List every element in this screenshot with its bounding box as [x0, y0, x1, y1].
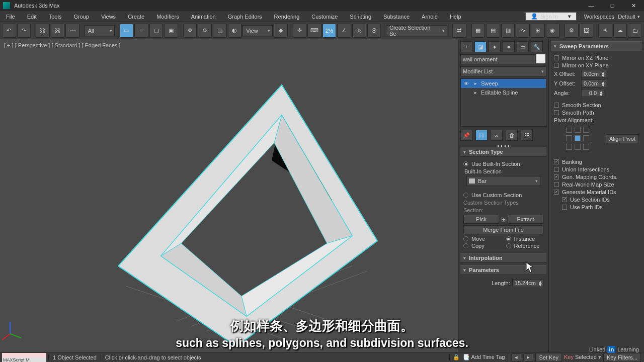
window-crossing-button[interactable]: ▣	[164, 24, 178, 38]
select-object-button[interactable]: ▭	[120, 24, 134, 38]
align-button[interactable]: ▦	[471, 24, 486, 38]
hierarchy-tab[interactable]: ♦	[489, 41, 501, 52]
close-button[interactable]: ✕	[623, 0, 644, 11]
layer-explorer-button[interactable]: ▤	[486, 24, 500, 38]
section-type-header[interactable]: Section Type	[460, 147, 546, 157]
show-end-result-button[interactable]: | |	[475, 130, 488, 141]
angle-spinner[interactable]: Angle:0.0▴▾	[554, 89, 639, 97]
set-key-button[interactable]: Set Key	[535, 353, 562, 362]
key-filters-button[interactable]: Key Filters...	[603, 353, 641, 362]
schematic-view-button[interactable]: ⊞	[531, 24, 545, 38]
unlink-button[interactable]: ⛓̷	[51, 24, 65, 38]
render-production-button[interactable]: ☀	[598, 24, 612, 38]
mirror-button[interactable]: ⇄	[452, 24, 466, 38]
banking-check[interactable]: Banking	[554, 159, 639, 165]
viewport-label[interactable]: [ + ] [ Perspective ] [ Standard ] [ Edg…	[4, 42, 120, 48]
minimize-button[interactable]: —	[581, 0, 602, 11]
gen-mapping-check[interactable]: Gen. Mapping Coords.	[554, 174, 639, 180]
x-offset-value[interactable]: 0.0cm▴▾	[581, 70, 606, 78]
menu-scripting[interactable]: Scripting	[344, 11, 377, 22]
undo-button[interactable]: ↶	[2, 24, 16, 38]
mirror-xz-check[interactable]: Mirror on XZ Plane	[554, 55, 639, 61]
percent-snap-button[interactable]: %	[352, 24, 366, 38]
maxscript-listener[interactable]: MAXScript Mi	[2, 357, 46, 362]
pivot-alignment-grid[interactable]	[566, 127, 590, 151]
modify-tab[interactable]: ◪	[474, 41, 487, 52]
expand-icon[interactable]: ▸	[473, 90, 478, 95]
menu-arnold[interactable]: Arnold	[416, 11, 444, 22]
sign-in-button[interactable]: 👤 Sign In ▾	[525, 12, 577, 21]
move-button[interactable]: ✥	[183, 24, 197, 38]
menu-substance[interactable]: Substance	[377, 11, 416, 22]
placement-button[interactable]: ◐	[228, 24, 242, 38]
render-frame-button[interactable]: 🖼	[580, 24, 594, 38]
menu-group[interactable]: Group	[67, 11, 95, 22]
angle-snap-button[interactable]: ∠	[337, 24, 351, 38]
render-setup-button[interactable]: ⚙	[565, 24, 579, 38]
length-value[interactable]: 15.24cm▴▾	[512, 279, 543, 287]
add-time-tag-button[interactable]: 📑 Add Time Tag	[463, 354, 505, 360]
gen-material-check[interactable]: Generate Material IDs	[554, 189, 639, 195]
x-offset-spinner[interactable]: X Offset:0.0cm▴▾	[554, 70, 639, 78]
modifier-list-dropdown[interactable]: Modifier List	[460, 66, 546, 76]
built-in-section-dropdown[interactable]: Bar	[466, 176, 540, 186]
parameters-header[interactable]: Parameters	[460, 265, 546, 275]
keyboard-shortcut-button[interactable]: ⌨	[307, 24, 321, 38]
use-built-in-radio[interactable]: Use Built-In Section	[463, 161, 543, 167]
interpolation-header[interactable]: Interpolation	[460, 253, 546, 263]
menu-modifiers[interactable]: Modifiers	[150, 11, 185, 22]
pin-stack-button[interactable]: 📌	[460, 130, 472, 141]
menu-graph-editors[interactable]: Graph Editors	[222, 11, 268, 22]
maximize-button[interactable]: □	[602, 0, 623, 11]
align-pivot-button[interactable]: Align Pivot	[606, 134, 639, 143]
named-selection-dropdown[interactable]: Create Selection Se	[386, 25, 447, 36]
prev-key-button[interactable]: ◂	[511, 353, 521, 361]
workspace-selector[interactable]: Workspaces: Default ▾	[580, 14, 644, 20]
create-tab[interactable]: +	[460, 41, 472, 52]
material-editor-button[interactable]: ◉	[546, 24, 560, 38]
toggle-ribbon-button[interactable]: ▥	[501, 24, 515, 38]
snap-toggle-button[interactable]: 2½	[323, 24, 337, 38]
manipulate-button[interactable]: ✛	[293, 24, 307, 38]
modifier-stack[interactable]: 👁 ▸ Sweep ▸ Editable Spline	[460, 78, 546, 127]
render-in-cloud-button[interactable]: ☁	[613, 24, 627, 38]
object-name-input[interactable]: wall ornament	[460, 54, 535, 64]
menu-create[interactable]: Create	[122, 11, 150, 22]
make-unique-button[interactable]: ∞	[491, 130, 503, 141]
ref-coord-dropdown[interactable]: View	[243, 25, 273, 36]
viewport[interactable]: [ + ] [ Perspective ] [ Standard ] [ Edg…	[0, 39, 458, 352]
redo-button[interactable]: ↷	[17, 24, 31, 38]
menu-tools[interactable]: Tools	[43, 11, 68, 22]
sweep-parameters-header[interactable]: Sweep Parameters	[551, 41, 642, 51]
length-spinner[interactable]: Length: 15.24cm▴▾	[463, 279, 543, 287]
rotate-button[interactable]: ⟳	[198, 24, 212, 38]
select-by-name-button[interactable]: ≡	[134, 24, 148, 38]
lock-icon[interactable]: 🔒	[453, 354, 460, 360]
y-offset-spinner[interactable]: Y Offset:0.0cm▴▾	[554, 79, 639, 87]
menu-views[interactable]: Views	[95, 11, 122, 22]
angle-value[interactable]: 0.0▴▾	[581, 89, 604, 97]
next-key-button[interactable]: ▸	[523, 353, 533, 361]
object-color-swatch[interactable]	[536, 54, 545, 63]
selection-filter-dropdown[interactable]: All	[85, 25, 115, 36]
menu-animation[interactable]: Animation	[185, 11, 222, 22]
configure-sets-button[interactable]: ☷	[521, 130, 533, 141]
use-custom-radio[interactable]: Use Custom Section	[463, 192, 543, 198]
rectangular-region-button[interactable]: ▢	[149, 24, 164, 38]
y-offset-value[interactable]: 0.0cm▴▾	[581, 79, 606, 87]
use-path-ids-check[interactable]: Use Path IDs	[562, 204, 639, 210]
spinner-snap-button[interactable]: ⦿	[367, 24, 381, 38]
menu-edit[interactable]: Edit	[21, 11, 43, 22]
mirror-xy-check[interactable]: Mirror on XY Plane	[554, 62, 639, 68]
smooth-section-check[interactable]: Smooth Section	[554, 102, 639, 108]
menu-file[interactable]: File	[0, 11, 21, 22]
scale-button[interactable]: ◫	[213, 24, 227, 38]
motion-tab[interactable]: ●	[503, 41, 515, 52]
link-button[interactable]: ⛓	[36, 24, 50, 38]
menu-customize[interactable]: Customize	[305, 11, 344, 22]
visibility-icon[interactable]: 👁	[463, 81, 470, 86]
real-world-check[interactable]: Real-World Map Size	[554, 182, 639, 188]
utilities-tab[interactable]: 🔧	[531, 41, 543, 52]
open-autodesk-button[interactable]: 🗀	[628, 24, 642, 38]
remove-modifier-button[interactable]: 🗑	[506, 130, 518, 141]
